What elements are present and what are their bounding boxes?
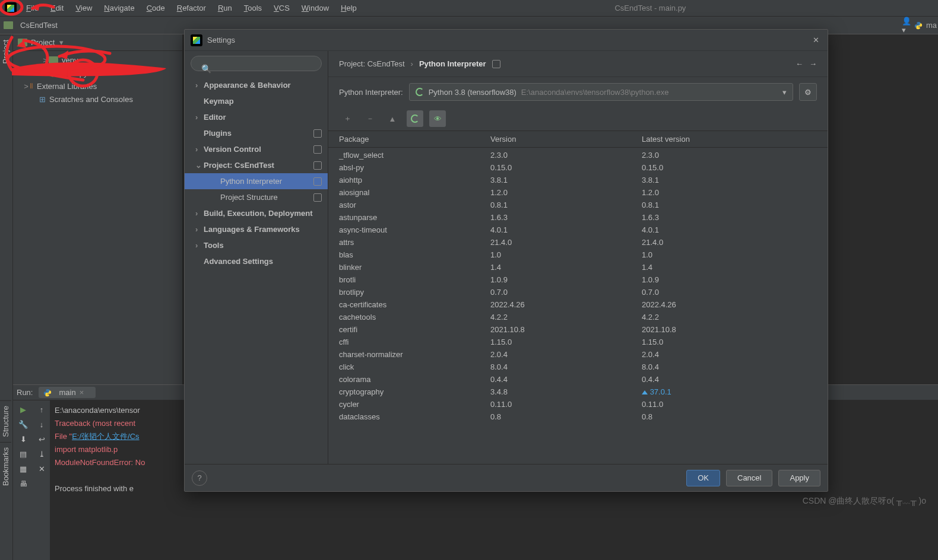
category-project-structure[interactable]: Project Structure bbox=[185, 189, 328, 205]
menu-view[interactable]: View bbox=[69, 1, 98, 15]
down-arrow-icon[interactable]: ↓ bbox=[40, 420, 44, 429]
back-icon[interactable]: ← bbox=[796, 59, 803, 68]
clear-icon[interactable]: ✕ bbox=[39, 464, 45, 473]
category-version-control[interactable]: ›Version Control bbox=[185, 141, 328, 157]
help-button[interactable]: ? bbox=[192, 470, 207, 486]
package-row[interactable]: cachetools4.2.24.2.2 bbox=[328, 311, 828, 323]
package-row[interactable]: blas1.01.0 bbox=[328, 249, 828, 261]
category-languages-frameworks[interactable]: ›Languages & Frameworks bbox=[185, 221, 328, 237]
tree-node[interactable]: ⊞Scratches and Consoles bbox=[13, 93, 182, 106]
dropdown-arrow-icon[interactable]: ▾ bbox=[59, 38, 64, 47]
interpreter-label: Python Interpreter: bbox=[339, 88, 403, 97]
print-icon[interactable]: 🖶 bbox=[20, 479, 27, 488]
package-row[interactable]: aiosignal1.2.01.2.0 bbox=[328, 186, 828, 199]
breadcrumb-project[interactable]: Project: CsEndTest bbox=[339, 59, 405, 68]
soft-wrap-icon[interactable]: ↩ bbox=[39, 435, 45, 444]
col-package[interactable]: Package bbox=[339, 135, 490, 144]
package-row[interactable]: aiohttp3.8.13.8.1 bbox=[328, 174, 828, 186]
menu-bar: FileEditViewNavigateCodeRefactorRunTools… bbox=[0, 0, 938, 17]
rerun-icon[interactable]: ▶ bbox=[20, 405, 26, 414]
project-tree[interactable]: >venvmain.py>⫴External Libraries⊞Scratch… bbox=[13, 51, 182, 384]
category-editor[interactable]: ›Editor bbox=[185, 109, 328, 125]
category-python-interpreter[interactable]: Python Interpreter bbox=[185, 173, 328, 189]
up-arrow-icon[interactable]: ↑ bbox=[40, 405, 44, 414]
menu-file[interactable]: File bbox=[20, 1, 45, 15]
col-latest[interactable]: Latest version bbox=[642, 135, 817, 144]
category-plugins[interactable]: Plugins bbox=[185, 125, 328, 141]
category-advanced-settings[interactable]: Advanced Settings bbox=[185, 253, 328, 269]
spinner-icon bbox=[411, 114, 419, 123]
wrench-icon[interactable]: 🔧 bbox=[18, 420, 28, 429]
category-build-execution-deployment[interactable]: ›Build, Execution, Deployment bbox=[185, 205, 328, 221]
package-toolbar: ＋ － ▲ 👁 bbox=[328, 107, 828, 131]
tree-node[interactable]: main.py bbox=[13, 66, 182, 79]
menu-tools[interactable]: Tools bbox=[238, 1, 268, 15]
python-icon bbox=[43, 389, 52, 397]
menu-code[interactable]: Code bbox=[141, 1, 171, 15]
col-version[interactable]: Version bbox=[490, 135, 642, 144]
project-name[interactable]: CsEndTest bbox=[20, 21, 58, 30]
project-panel-header: Project ▾ bbox=[13, 34, 182, 51]
package-row[interactable]: attrs21.4.021.4.0 bbox=[328, 236, 828, 249]
package-row[interactable]: click8.0.48.0.4 bbox=[328, 361, 828, 373]
ok-button[interactable]: OK bbox=[686, 470, 720, 486]
menu-refactor[interactable]: Refactor bbox=[171, 1, 212, 15]
settings-content: Project: CsEndTest › Python Interpreter … bbox=[328, 51, 828, 464]
tree-node[interactable]: >⫴External Libraries bbox=[13, 79, 182, 93]
package-row[interactable]: cffi1.15.01.15.0 bbox=[328, 336, 828, 348]
scroll-end-icon[interactable]: ⤓ bbox=[39, 450, 45, 459]
package-row[interactable]: dataclasses0.80.8 bbox=[328, 411, 828, 423]
upgrade-package-button[interactable]: ▲ bbox=[384, 110, 401, 127]
package-row[interactable]: astor0.8.10.8.1 bbox=[328, 199, 828, 211]
scratch-icon: ⊞ bbox=[39, 95, 46, 104]
category-tools[interactable]: ›Tools bbox=[185, 237, 328, 253]
close-icon[interactable]: × bbox=[80, 388, 84, 397]
menu-help[interactable]: Help bbox=[335, 1, 363, 15]
close-icon[interactable]: ✕ bbox=[810, 33, 822, 47]
package-row[interactable]: colorama0.4.40.4.4 bbox=[328, 373, 828, 386]
refresh-button[interactable] bbox=[407, 110, 423, 127]
category-project-csendtest[interactable]: ⌄Project: CsEndTest bbox=[185, 157, 328, 173]
interpreter-dropdown[interactable]: Python 3.8 (tensorflow38) E:\anaconda\en… bbox=[409, 83, 793, 101]
user-icon[interactable]: 👤▾ bbox=[901, 19, 914, 32]
layout-icon[interactable]: ▤ bbox=[20, 450, 27, 459]
project-tool-button[interactable]: Project bbox=[0, 34, 11, 68]
package-row[interactable]: cryptography3.4.8 37.0.1 bbox=[328, 386, 828, 398]
layout2-icon[interactable]: ▦ bbox=[20, 464, 27, 473]
tree-node[interactable]: >venv bbox=[13, 53, 182, 66]
show-early-button[interactable]: 👁 bbox=[429, 110, 446, 127]
package-row[interactable]: _tflow_select2.3.02.3.0 bbox=[328, 149, 828, 161]
package-row[interactable]: ca-certificates2022.4.262022.4.26 bbox=[328, 298, 828, 311]
bookmarks-tool-button[interactable]: Bookmarks bbox=[0, 442, 11, 491]
menu-vcs[interactable]: VCS bbox=[268, 1, 296, 15]
package-table-body[interactable]: _tflow_select2.3.02.3.0absl-py0.15.00.15… bbox=[328, 148, 828, 464]
forward-icon[interactable]: → bbox=[809, 59, 817, 68]
structure-tool-button[interactable]: Structure bbox=[0, 400, 11, 442]
menu-run[interactable]: Run bbox=[212, 1, 238, 15]
remove-package-button[interactable]: － bbox=[362, 110, 378, 127]
cancel-button[interactable]: Cancel bbox=[726, 470, 772, 486]
menu-window[interactable]: Window bbox=[296, 1, 335, 15]
run-config-icon[interactable]: ma bbox=[919, 19, 932, 32]
add-package-button[interactable]: ＋ bbox=[339, 110, 356, 127]
category-keymap[interactable]: Keymap bbox=[185, 93, 328, 109]
apply-button[interactable]: Apply bbox=[778, 470, 820, 486]
package-row[interactable]: astunparse1.6.31.6.3 bbox=[328, 211, 828, 224]
interpreter-settings-button[interactable]: ⚙ bbox=[799, 83, 817, 101]
package-row[interactable]: certifi2021.10.82021.10.8 bbox=[328, 323, 828, 336]
package-row[interactable]: blinker1.41.4 bbox=[328, 261, 828, 273]
package-row[interactable]: charset-normalizer2.0.42.0.4 bbox=[328, 348, 828, 361]
menu-edit[interactable]: Edit bbox=[45, 1, 69, 15]
category-appearance-behavior[interactable]: ›Appearance & Behavior bbox=[185, 77, 328, 93]
package-row[interactable]: async-timeout4.0.14.0.1 bbox=[328, 224, 828, 236]
package-row[interactable]: brotlipy0.7.00.7.0 bbox=[328, 286, 828, 298]
down-icon[interactable]: ⬇ bbox=[20, 435, 27, 444]
project-view-label[interactable]: Project bbox=[31, 38, 55, 47]
run-tab[interactable]: main × bbox=[39, 387, 96, 398]
package-row[interactable]: brotli1.0.91.0.9 bbox=[328, 273, 828, 286]
scope-icon bbox=[492, 60, 500, 68]
menu-navigate[interactable]: Navigate bbox=[98, 1, 140, 15]
package-row[interactable]: absl-py0.15.00.15.0 bbox=[328, 161, 828, 174]
breadcrumb-page: Python Interpreter bbox=[419, 59, 486, 68]
package-row[interactable]: cycler0.11.00.11.0 bbox=[328, 398, 828, 411]
